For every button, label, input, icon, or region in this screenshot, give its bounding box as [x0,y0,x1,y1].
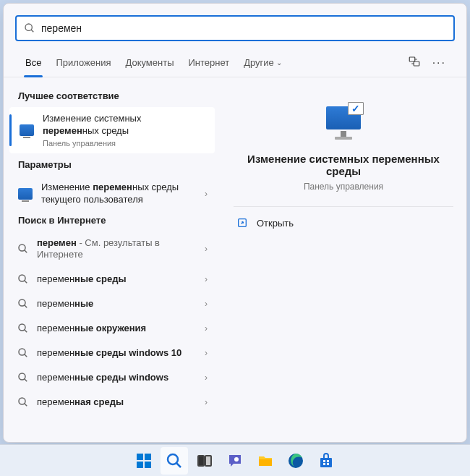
result-title: переменные среды [37,273,202,286]
result-web-3[interactable]: переменные окружения › [4,316,221,341]
result-web-4[interactable]: переменные среды windows 10 › [4,341,221,365]
svg-rect-20 [145,454,151,460]
svg-rect-21 [137,462,143,468]
taskbar-taskview[interactable] [191,447,218,475]
svg-rect-3 [414,61,419,66]
search-icon [17,322,30,335]
svg-rect-33 [323,463,325,465]
section-settings: Параметры [4,156,221,176]
svg-line-7 [25,281,27,284]
filter-tabs: Все Приложения Документы Интернет Другие… [4,48,466,77]
tab-apps[interactable]: Приложения [48,48,118,77]
tab-all[interactable]: Все [18,48,48,77]
monitor-check-icon: ✓ [323,102,364,143]
svg-point-27 [234,457,239,462]
search-icon [17,242,30,255]
taskbar-chat[interactable] [221,447,249,475]
search-icon [24,22,35,34]
search-icon [17,273,30,286]
search-bar[interactable] [15,15,455,41]
tab-documents[interactable]: Документы [118,48,181,77]
svg-line-15 [25,379,27,382]
result-web-1[interactable]: переменные среды › [4,267,221,292]
taskbar-store[interactable] [312,447,340,475]
svg-rect-32 [327,460,329,462]
chevron-right-icon: › [202,244,210,254]
result-title: переменная среды [37,396,202,409]
search-window: Все Приложения Документы Интернет Другие… [3,3,467,443]
chevron-right-icon: › [202,397,210,407]
chevron-right-icon: › [202,189,210,199]
result-web-0[interactable]: перемен - См. результаты в Интернете › [4,231,221,268]
monitor-icon [17,185,34,203]
section-best-match: Лучшее соответствие [4,88,221,107]
result-title: переменные среды windows 10 [37,347,202,360]
svg-point-23 [168,454,178,464]
result-title: Изменение системных переменных среды [43,113,205,137]
preview-subtitle: Панель управления [304,182,383,192]
svg-rect-22 [145,462,151,468]
svg-line-13 [25,354,27,357]
result-title: переменные [37,298,202,310]
search-icon [17,347,30,360]
taskbar-search[interactable] [161,447,188,475]
chevron-right-icon: › [202,323,210,333]
open-icon [236,217,248,229]
result-settings-user-env[interactable]: Изменение переменных среды текущего поль… [4,176,221,212]
svg-rect-31 [323,460,325,462]
search-icon [17,371,30,384]
preview-title: Изменение системных переменных среды [234,153,453,177]
search-icon [17,396,30,409]
chevron-right-icon: › [202,348,210,358]
taskbar [0,444,470,476]
start-button[interactable] [130,447,158,475]
result-title: переменные окружения [37,323,202,335]
preview-pane: ✓ Изменение системных переменных среды П… [221,77,466,442]
svg-rect-30 [320,458,332,467]
search-input[interactable] [41,22,446,34]
svg-rect-2 [409,57,415,61]
monitor-icon [18,122,35,139]
chevron-right-icon: › [202,373,210,383]
svg-rect-25 [198,456,204,466]
svg-line-9 [25,305,27,308]
chevron-right-icon: › [202,299,210,309]
svg-line-1 [31,30,33,32]
taskbar-edge[interactable] [282,447,309,475]
svg-rect-26 [205,456,211,466]
result-web-6[interactable]: переменная среды › [4,390,221,415]
chevron-down-icon: ⌄ [276,59,282,67]
chevron-right-icon: › [202,274,210,284]
results-list: Лучшее соответствие Изменение системных … [4,77,221,442]
result-title: переменные среды windows [37,372,202,384]
svg-rect-19 [137,454,143,460]
svg-line-11 [25,330,27,333]
taskbar-explorer[interactable] [252,447,279,475]
section-web-search: Поиск в Интернете [4,212,221,231]
result-web-5[interactable]: переменные среды windows › [4,365,221,390]
svg-point-0 [25,24,32,30]
svg-line-24 [176,463,181,467]
result-title: Изменение переменных среды текущего поль… [41,182,202,206]
result-web-2[interactable]: переменные › [4,292,221,316]
search-icon [17,297,30,310]
svg-line-5 [25,250,27,253]
more-options-icon[interactable]: ··· [427,56,452,69]
result-subtitle: Панель управления [43,139,205,148]
result-title: перемен - См. результаты в Интернете [37,237,202,262]
tab-internet[interactable]: Интернет [181,48,236,77]
search-across-devices-icon[interactable] [402,55,427,71]
svg-rect-28 [259,459,272,466]
svg-line-17 [25,404,27,407]
open-button[interactable]: Открыть [234,207,453,239]
result-best-match[interactable]: Изменение системных переменных среды Пан… [9,107,215,153]
tab-more[interactable]: Другие⌄ [236,48,289,77]
svg-rect-34 [327,463,329,465]
